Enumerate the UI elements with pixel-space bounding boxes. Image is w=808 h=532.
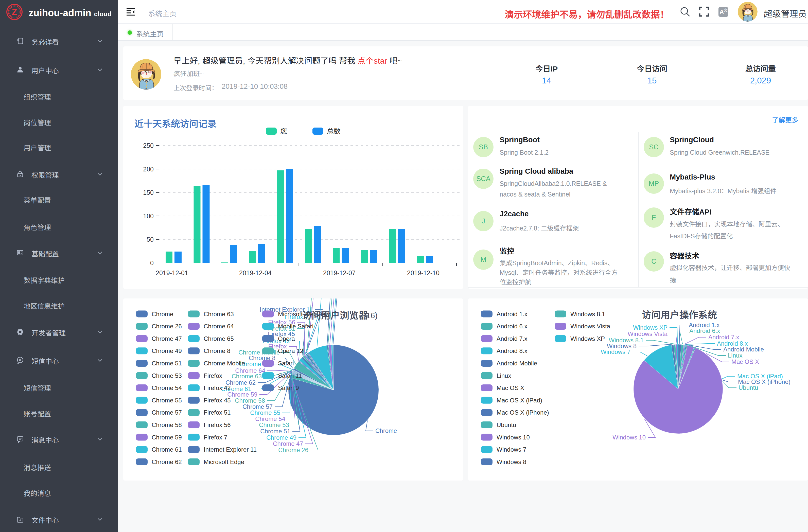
svg-text:Opera 12: Opera 12 bbox=[278, 347, 303, 354]
svg-text:Chrome 51: Chrome 51 bbox=[260, 428, 290, 435]
svg-text:Mac OS X (iPhone): Mac OS X (iPhone) bbox=[497, 409, 549, 416]
svg-text:Firefox 51: Firefox 51 bbox=[204, 409, 231, 416]
svg-text:Opera: Opera bbox=[278, 335, 295, 342]
svg-text:Mac OS X: Mac OS X bbox=[731, 358, 759, 365]
svg-text:Linux: Linux bbox=[728, 352, 742, 359]
svg-text:Safari 9: Safari 9 bbox=[278, 384, 299, 391]
svg-text:Windows 8: Windows 8 bbox=[607, 343, 637, 349]
svg-text:Firefox: Firefox bbox=[204, 372, 222, 379]
svg-text:100: 100 bbox=[143, 213, 154, 220]
svg-text:Chrome 53: Chrome 53 bbox=[152, 372, 182, 379]
svg-text:Chrome 64: Chrome 64 bbox=[235, 367, 265, 374]
svg-text:2019-12-04: 2019-12-04 bbox=[239, 269, 272, 276]
svg-text:Android 7.x: Android 7.x bbox=[497, 335, 527, 342]
svg-text:Safari: Safari bbox=[278, 360, 294, 367]
svg-text:Android 8.x: Android 8.x bbox=[497, 347, 527, 354]
svg-text:Mobile Safari: Mobile Safari bbox=[278, 323, 313, 330]
svg-text:Chrome 57: Chrome 57 bbox=[242, 403, 273, 410]
svg-text:16): 16) bbox=[366, 311, 378, 320]
svg-text:Chrome 55: Chrome 55 bbox=[152, 397, 182, 404]
svg-text:Windows Vista: Windows Vista bbox=[570, 323, 610, 330]
svg-text:Chrome 54: Chrome 54 bbox=[152, 384, 182, 391]
svg-text:Android 7.x: Android 7.x bbox=[708, 334, 739, 341]
svg-text:50: 50 bbox=[147, 236, 154, 243]
svg-text:Windows 7: Windows 7 bbox=[601, 348, 630, 355]
svg-text:Windows 8: Windows 8 bbox=[497, 458, 526, 465]
svg-text:2019-12-07: 2019-12-07 bbox=[323, 269, 355, 276]
svg-text:访问用户操作系统: 访问用户操作系统 bbox=[642, 310, 717, 320]
svg-text:2019-12-01: 2019-12-01 bbox=[156, 269, 188, 276]
svg-text:Windows 10: Windows 10 bbox=[612, 434, 646, 441]
svg-text:Internet Explorer 11: Internet Explorer 11 bbox=[204, 446, 257, 453]
svg-text:您: 您 bbox=[280, 128, 287, 135]
svg-text:Android Mobile: Android Mobile bbox=[723, 346, 764, 353]
svg-text:Mac OS X: Mac OS X bbox=[497, 384, 524, 391]
svg-text:Chrome 55: Chrome 55 bbox=[250, 409, 280, 416]
svg-text:访问用户浏览器: 访问用户浏览器 bbox=[302, 310, 368, 321]
svg-text:Firefox 7: Firefox 7 bbox=[204, 434, 227, 441]
svg-text:Android Mobile: Android Mobile bbox=[497, 360, 537, 367]
svg-text:Linux: Linux bbox=[497, 372, 511, 379]
svg-text:Chrome 63: Chrome 63 bbox=[204, 311, 234, 317]
svg-text:Firefox 42: Firefox 42 bbox=[204, 384, 231, 391]
svg-text:Windows 8.1: Windows 8.1 bbox=[570, 311, 605, 317]
svg-text:Chrome 57: Chrome 57 bbox=[152, 409, 182, 416]
svg-text:Chrome 49: Chrome 49 bbox=[266, 434, 296, 441]
svg-text:Chrome 26: Chrome 26 bbox=[278, 446, 308, 453]
svg-text:Chrome 26: Chrome 26 bbox=[152, 323, 182, 330]
svg-text:Chrome 47: Chrome 47 bbox=[152, 335, 182, 342]
svg-text:0: 0 bbox=[150, 259, 154, 267]
svg-text:Android 6.x: Android 6.x bbox=[689, 327, 720, 334]
svg-text:Android 1.x: Android 1.x bbox=[497, 311, 527, 317]
svg-text:Windows 7: Windows 7 bbox=[497, 446, 526, 453]
svg-text:2019-12-10: 2019-12-10 bbox=[407, 269, 440, 276]
svg-text:Chrome: Chrome bbox=[152, 311, 173, 317]
svg-text:总数: 总数 bbox=[327, 128, 341, 135]
svg-text:Chrome 58: Chrome 58 bbox=[235, 397, 265, 404]
svg-text:Windows 8.1: Windows 8.1 bbox=[609, 337, 644, 344]
svg-text:Microsoft Edge: Microsoft Edge bbox=[204, 458, 244, 465]
svg-text:Chrome 61: Chrome 61 bbox=[152, 446, 182, 453]
svg-text:Firefox 45: Firefox 45 bbox=[204, 397, 231, 404]
svg-text:Windows 10: Windows 10 bbox=[497, 434, 530, 441]
svg-text:Chrome 49: Chrome 49 bbox=[152, 347, 182, 354]
svg-text:Chrome: Chrome bbox=[375, 427, 397, 434]
svg-text:Chrome 8: Chrome 8 bbox=[204, 347, 230, 354]
svg-text:Ubuntu: Ubuntu bbox=[497, 421, 516, 428]
svg-text:Chrome 59: Chrome 59 bbox=[152, 434, 182, 441]
svg-text:150: 150 bbox=[143, 189, 154, 196]
svg-text:Chrome 53: Chrome 53 bbox=[259, 421, 289, 428]
svg-text:Chrome 47: Chrome 47 bbox=[273, 440, 303, 447]
svg-text:Chrome 65: Chrome 65 bbox=[204, 335, 234, 342]
svg-text:Chrome 58: Chrome 58 bbox=[152, 421, 182, 428]
svg-text:Ubuntu: Ubuntu bbox=[738, 384, 758, 391]
svg-text:Mac OS X (iPad): Mac OS X (iPad) bbox=[497, 397, 542, 404]
svg-text:Windows Vista: Windows Vista bbox=[628, 330, 668, 337]
svg-text:250: 250 bbox=[143, 142, 154, 149]
svg-text:Chrome Mobile: Chrome Mobile bbox=[204, 360, 245, 367]
svg-text:Chrome 64: Chrome 64 bbox=[204, 323, 234, 330]
svg-text:Windows XP: Windows XP bbox=[633, 324, 667, 331]
svg-text:Chrome 54: Chrome 54 bbox=[255, 415, 285, 422]
svg-text:200: 200 bbox=[143, 166, 154, 173]
svg-text:Firefox 56: Firefox 56 bbox=[204, 421, 231, 428]
svg-text:Safari 11: Safari 11 bbox=[278, 372, 302, 379]
svg-text:Chrome 51: Chrome 51 bbox=[152, 360, 182, 367]
svg-text:Android 6.x: Android 6.x bbox=[497, 323, 527, 330]
svg-text:Z: Z bbox=[12, 7, 17, 17]
svg-text:Windows XP: Windows XP bbox=[570, 335, 605, 342]
svg-text:Chrome 62: Chrome 62 bbox=[152, 458, 182, 465]
